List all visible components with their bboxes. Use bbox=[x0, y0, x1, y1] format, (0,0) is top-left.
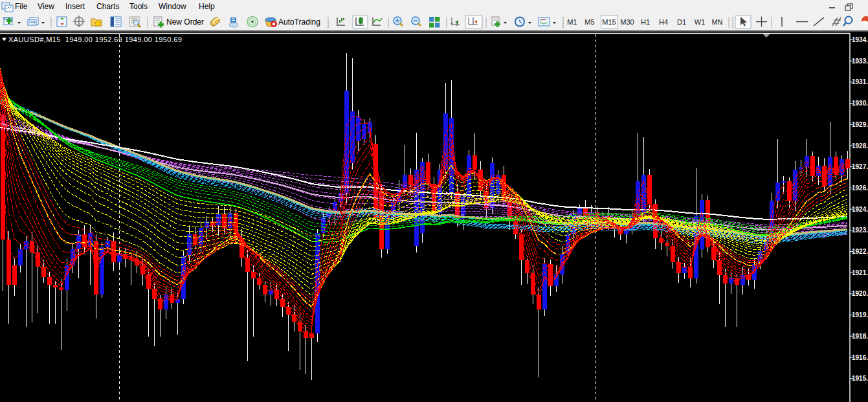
svg-text:1928.60: 1928.60 bbox=[852, 142, 868, 150]
svg-text:1919.60: 1919.60 bbox=[852, 311, 868, 318]
svg-text:1933.60: 1933.60 bbox=[852, 58, 868, 65]
svg-text:1916.60: 1916.60 bbox=[852, 354, 868, 361]
svg-text:1924.60: 1924.60 bbox=[852, 206, 868, 213]
svg-text:1922.60: 1922.60 bbox=[852, 248, 868, 255]
svg-text:1930.60: 1930.60 bbox=[852, 100, 868, 107]
svg-text:1918.60: 1918.60 bbox=[852, 333, 868, 340]
svg-text:1915.60: 1915.60 bbox=[852, 375, 868, 382]
svg-text:AutoTrading: AutoTrading bbox=[278, 17, 320, 27]
svg-text:M5: M5 bbox=[584, 18, 594, 26]
svg-text:XAUUSD#,M15 1949.00 1952.69 1: XAUUSD#,M15 1949.00 1952.69 1949.00 1950… bbox=[8, 36, 182, 43]
svg-text:1929.60: 1929.60 bbox=[852, 121, 868, 128]
svg-text:M15: M15 bbox=[602, 18, 616, 26]
svg-text:M1: M1 bbox=[567, 18, 577, 26]
svg-text:1934.60: 1934.60 bbox=[852, 36, 868, 43]
svg-text:1931.60: 1931.60 bbox=[852, 78, 868, 85]
svg-text:1921.60: 1921.60 bbox=[852, 269, 868, 276]
svg-text:1923.60: 1923.60 bbox=[852, 227, 868, 234]
svg-text:1920.60: 1920.60 bbox=[852, 290, 868, 297]
svg-text:MN: MN bbox=[711, 18, 722, 26]
svg-text:1926.60: 1926.60 bbox=[852, 184, 868, 192]
svg-text:1927.60: 1927.60 bbox=[852, 163, 868, 170]
svg-text:H1: H1 bbox=[641, 18, 650, 26]
svg-text:M30: M30 bbox=[620, 18, 634, 26]
svg-text:New Order: New Order bbox=[166, 17, 204, 27]
svg-text:H4: H4 bbox=[659, 18, 668, 26]
svg-text:W1: W1 bbox=[695, 18, 706, 26]
svg-text:D1: D1 bbox=[677, 18, 686, 26]
